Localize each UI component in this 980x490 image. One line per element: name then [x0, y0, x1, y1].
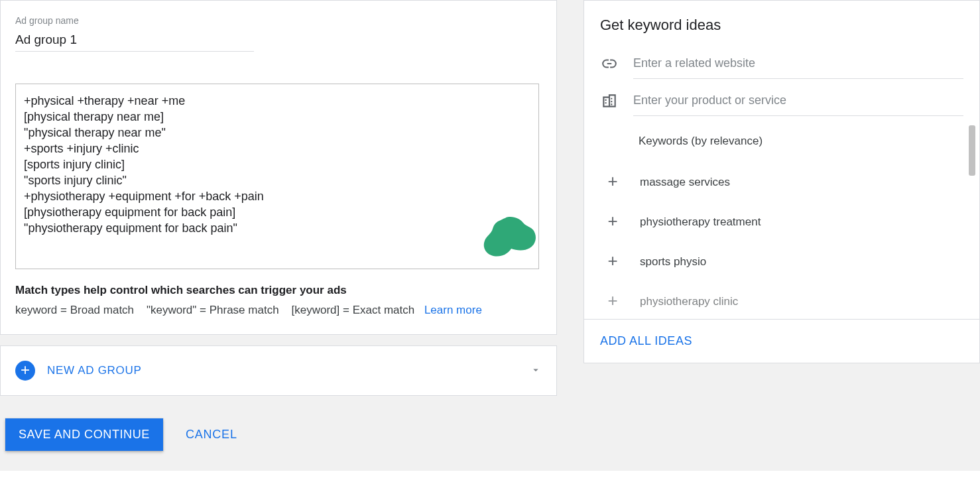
plus-icon: +: [604, 174, 621, 191]
top-row: Ad group name Match types help control w…: [0, 0, 980, 396]
product-service-input[interactable]: [633, 86, 963, 116]
idea-item-label: sports physio: [640, 255, 706, 269]
idea-item-label: physiotherapy treatment: [640, 215, 761, 229]
building-icon: [600, 92, 619, 110]
keywords-wrapper: [15, 52, 542, 272]
learn-more-link[interactable]: Learn more: [424, 304, 482, 316]
ad-group-card: Ad group name Match types help control w…: [0, 0, 557, 335]
match-exact-text: [keyword] = Exact match: [292, 304, 415, 316]
new-ad-group-card[interactable]: + NEW AD GROUP: [0, 345, 557, 396]
plus-icon: +: [604, 253, 621, 271]
match-types-line: keyword = Broad match "keyword" = Phrase…: [15, 304, 542, 317]
keyword-ideas-title: Get keyword ideas: [584, 17, 979, 48]
chevron-down-icon: [530, 364, 542, 378]
ideas-list: Keywords (by relevance) + massage servic…: [584, 120, 979, 319]
keyword-ideas-card: Get keyword ideas Keywords (by relevance…: [583, 0, 980, 363]
plus-icon: +: [604, 293, 621, 310]
match-types-title: Match types help control which searches …: [15, 284, 542, 297]
ad-group-name-input[interactable]: [15, 31, 254, 52]
match-phrase-text: "keyword" = Phrase match: [147, 304, 279, 316]
left-column: Ad group name Match types help control w…: [0, 0, 557, 396]
card-gap: [0, 335, 557, 345]
idea-item[interactable]: + sports physio: [600, 242, 979, 282]
idea-item[interactable]: + massage services: [600, 162, 979, 202]
link-icon: [600, 54, 619, 73]
footer-actions: SAVE AND CONTINUE CANCEL: [0, 396, 980, 451]
cancel-button[interactable]: CANCEL: [180, 418, 243, 451]
related-website-input[interactable]: [633, 48, 963, 79]
match-broad-text: keyword = Broad match: [15, 304, 134, 316]
product-input-row: [584, 86, 979, 116]
idea-item[interactable]: + physiotherapy treatment: [600, 202, 979, 242]
ideas-list-header: Keywords (by relevance): [600, 120, 979, 162]
website-input-row: [584, 48, 979, 79]
new-ad-group-label: NEW AD GROUP: [47, 364, 142, 377]
idea-item-label: massage services: [640, 176, 730, 189]
idea-item[interactable]: + physiotherapy clinic: [600, 282, 979, 319]
plus-icon: +: [604, 214, 621, 231]
plus-circle-icon: +: [15, 361, 35, 381]
scrollbar-thumb[interactable]: [969, 125, 975, 176]
idea-item-label: physiotherapy clinic: [640, 295, 738, 308]
add-all-ideas-button[interactable]: ADD ALL IDEAS: [584, 319, 979, 363]
save-and-continue-button[interactable]: SAVE AND CONTINUE: [5, 418, 163, 451]
page-root: Ad group name Match types help control w…: [0, 0, 980, 471]
keywords-textarea[interactable]: [15, 84, 539, 269]
ad-group-name-label: Ad group name: [15, 15, 542, 26]
